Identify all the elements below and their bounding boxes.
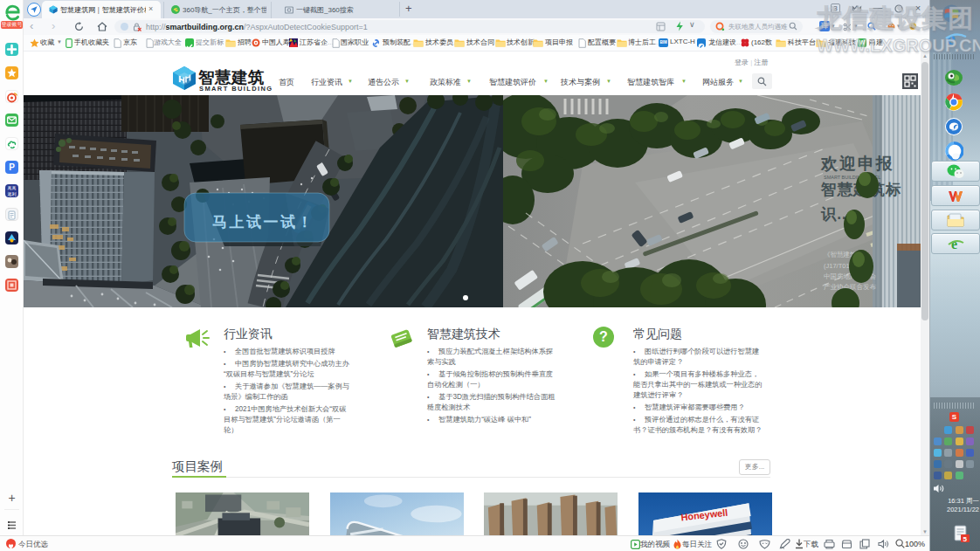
svg-text:e: e <box>951 237 957 251</box>
svg-text:欢迎申报: 欢迎申报 <box>820 155 894 173</box>
svg-text:马上试一试！: 马上试一试！ <box>212 214 314 231</box>
svg-text:5: 5 <box>963 535 968 543</box>
